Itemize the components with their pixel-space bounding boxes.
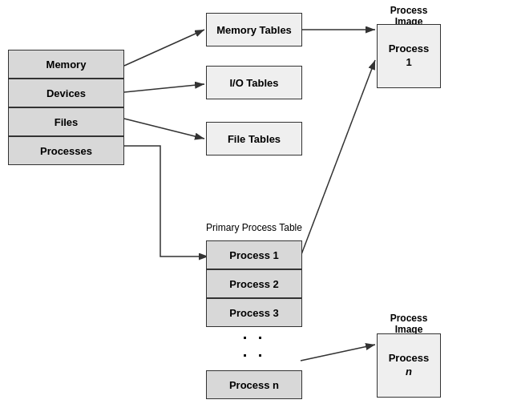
process-image-bottom-label: ProcessImage bbox=[377, 313, 441, 335]
svg-line-5 bbox=[301, 60, 375, 256]
svg-line-1 bbox=[124, 30, 204, 66]
memory-tables-box: Memory Tables bbox=[206, 13, 302, 46]
processes-box: Processes bbox=[8, 136, 124, 165]
memory-box: Memory bbox=[8, 50, 124, 79]
process-image-top-box: Process1 bbox=[377, 24, 441, 88]
file-tables-box: File Tables bbox=[206, 122, 302, 155]
dots: · · bbox=[206, 329, 302, 347]
process3-row: Process 3 bbox=[206, 298, 302, 327]
primary-table-label: Primary Process Table bbox=[206, 222, 302, 233]
diagram: Memory Devices Files Processes Memory Ta… bbox=[0, 0, 509, 420]
processn-row: Process n bbox=[206, 370, 302, 399]
devices-box: Devices bbox=[8, 79, 124, 107]
files-box: Files bbox=[8, 107, 124, 136]
dots2: · · bbox=[206, 346, 302, 365]
process1-row: Process 1 bbox=[206, 240, 302, 269]
process2-row: Process 2 bbox=[206, 269, 302, 298]
svg-line-6 bbox=[301, 345, 375, 361]
svg-line-3 bbox=[124, 119, 204, 139]
io-tables-box: I/O Tables bbox=[206, 66, 302, 99]
process-image-bottom-box: Processn bbox=[377, 333, 441, 398]
svg-line-2 bbox=[124, 84, 204, 92]
